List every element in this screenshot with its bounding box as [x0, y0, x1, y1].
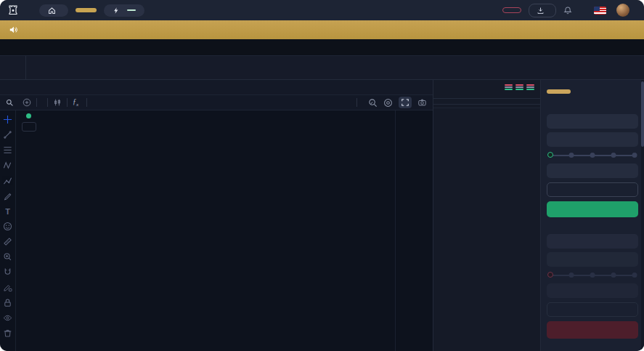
fib-retracement-icon[interactable]: [2, 145, 13, 156]
brand-logo[interactable]: [7, 4, 23, 16]
nav-home[interactable]: [39, 4, 68, 17]
legend-collapse-button[interactable]: [22, 122, 36, 132]
status-dot-icon: [26, 113, 31, 118]
trend-line-icon[interactable]: [2, 129, 13, 140]
buy-price-field[interactable]: [547, 114, 638, 129]
text-tool-icon[interactable]: T: [2, 206, 13, 217]
tab-limit[interactable]: [547, 89, 571, 94]
symbol-search[interactable]: [6, 99, 17, 107]
book-view-both-icon[interactable]: [505, 84, 513, 92]
magnet-icon[interactable]: [2, 267, 13, 278]
download-app-button[interactable]: [529, 4, 556, 17]
language-selector[interactable]: [594, 7, 609, 15]
drawing-toolbar: T: [0, 110, 16, 351]
compare-add-button[interactable]: [23, 98, 31, 107]
chart-plot: [16, 110, 395, 351]
measure-icon[interactable]: [2, 236, 13, 247]
sell-available: [547, 222, 638, 230]
home-icon: [48, 7, 56, 15]
chart-toolbar: ƒx: [0, 94, 433, 110]
gear-circle-icon: [383, 98, 393, 108]
lock-all-icon[interactable]: [2, 297, 13, 308]
ledgerbytes-logo-icon: [7, 4, 19, 16]
buy-percent-slider[interactable]: [547, 153, 638, 160]
top-navbar: [0, 0, 644, 20]
sell-amount-field[interactable]: [547, 252, 638, 267]
pair-info-bar: [0, 56, 644, 80]
buy-button[interactable]: [547, 201, 638, 217]
speaker-icon: [9, 25, 18, 34]
quick-search-button[interactable]: [368, 98, 378, 108]
zoom-in-icon[interactable]: [2, 251, 13, 262]
sell-button[interactable]: [547, 321, 638, 339]
crosshair-icon[interactable]: [2, 114, 13, 125]
order-book-panel: [433, 80, 541, 351]
avatar: [616, 4, 629, 17]
chart-legend: [22, 113, 36, 132]
delete-drawings-icon[interactable]: [2, 328, 13, 339]
sell-total-field[interactable]: [547, 283, 638, 298]
chart-panel: ƒx: [0, 80, 433, 351]
sell-tif-dropdown[interactable]: [547, 302, 638, 317]
sell-percent-slider[interactable]: [547, 273, 638, 280]
candle-style-button[interactable]: [53, 98, 62, 107]
announcement-banner: [0, 20, 644, 39]
download-icon: [537, 7, 545, 15]
drawing-lock-icon[interactable]: [2, 282, 13, 293]
buy-tif-dropdown[interactable]: [547, 182, 638, 197]
snapshot-button[interactable]: [417, 98, 427, 107]
sell-price-field[interactable]: [547, 234, 638, 249]
book-view-asks-icon[interactable]: [515, 84, 523, 92]
us-flag-icon: [594, 7, 606, 15]
fx-icon: ƒx: [73, 97, 78, 108]
order-book-header: [433, 94, 540, 97]
trading-app: ƒx: [0, 0, 644, 351]
candlestick-chart[interactable]: [16, 110, 395, 351]
pair-selector[interactable]: [0, 56, 26, 79]
logout-button[interactable]: [502, 7, 521, 13]
user-menu[interactable]: [616, 4, 637, 17]
xabcd-pattern-icon[interactable]: [2, 160, 13, 171]
order-book-mid: [433, 98, 540, 105]
camera-icon: [417, 98, 427, 107]
buy-amount-field[interactable]: [547, 132, 638, 147]
search-icon: [6, 99, 14, 107]
nav-insta-swaps[interactable]: [104, 4, 144, 17]
chart-settings-button[interactable]: [383, 98, 393, 108]
buy-total-field[interactable]: [547, 164, 638, 178]
ticker-strip: [0, 39, 644, 56]
buy-available: [547, 102, 638, 110]
magnifier-icon: [368, 98, 378, 108]
nav-trade[interactable]: [76, 8, 97, 12]
order-type-tabs: [547, 84, 638, 99]
chart-tabs: [0, 80, 433, 94]
book-view-bids-icon[interactable]: [526, 84, 534, 92]
hide-drawings-icon[interactable]: [2, 312, 13, 323]
trade-panel: [541, 80, 644, 351]
price-axis[interactable]: [395, 110, 433, 351]
recent-trades-title: [433, 108, 540, 116]
fullscreen-icon: [401, 98, 409, 107]
candlestick-icon: [53, 98, 62, 107]
fullscreen-button[interactable]: [399, 97, 412, 108]
forecast-icon[interactable]: [2, 175, 13, 186]
new-badge: [127, 9, 136, 11]
emoji-tool-icon[interactable]: [2, 221, 13, 232]
bolt-icon: [113, 7, 120, 15]
recent-trades-header: [433, 116, 540, 118]
bell-icon[interactable]: [563, 6, 572, 15]
brush-icon[interactable]: [2, 190, 13, 201]
indicators-button[interactable]: ƒx: [73, 97, 81, 108]
scrollbar[interactable]: [641, 80, 644, 351]
plus-circle-icon: [23, 98, 31, 107]
